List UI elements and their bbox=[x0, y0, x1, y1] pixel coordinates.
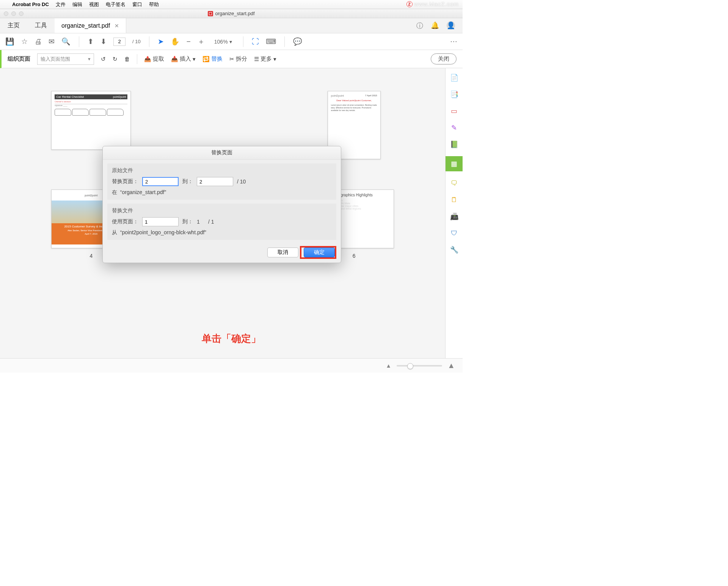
use-from-label: 使用页面： bbox=[112, 218, 138, 225]
insert-button[interactable]: 📥插入▾ bbox=[171, 55, 196, 63]
trash-icon[interactable]: 🗑 bbox=[124, 56, 130, 62]
comment-icon[interactable]: 💬 bbox=[293, 37, 302, 46]
organize-toolbar: 组织页面 输入页面范围 ▾ ↺ ↻ 🗑 📤提取 📥插入▾ 🔁替换 ✂拆分 ☰更多… bbox=[0, 50, 463, 68]
page-down-icon[interactable]: ⬇ bbox=[100, 37, 107, 46]
list-icon: ☰ bbox=[254, 56, 259, 63]
to-label: 到： bbox=[182, 178, 193, 185]
rail-create-icon[interactable]: 📄 bbox=[449, 73, 459, 83]
star-icon[interactable]: ☆ bbox=[21, 37, 28, 46]
rail-tools-icon[interactable]: 🔧 bbox=[449, 245, 459, 255]
print-icon[interactable]: 🖨 bbox=[35, 38, 42, 46]
window-title: organize_start.pdf bbox=[215, 11, 254, 16]
extract-button[interactable]: 📤提取 bbox=[144, 55, 164, 63]
page-number-input[interactable] bbox=[113, 38, 126, 46]
replace-from-input[interactable] bbox=[142, 177, 179, 186]
main-toolbar: 💾 ☆ 🖨 ✉ 🔍 ⬆ ⬇ / 10 ➤ ✋ − ＋ 106% ▾ ⛶ ⌨ 💬 … bbox=[0, 33, 463, 50]
ok-button[interactable]: 确定 bbox=[304, 248, 335, 257]
zoom-dropdown[interactable]: 106% ▾ bbox=[212, 38, 235, 46]
menu-window[interactable]: 窗口 bbox=[132, 1, 142, 8]
rail-sign-icon[interactable]: ✎ bbox=[449, 123, 459, 133]
chevron-down-icon: ▾ bbox=[88, 56, 91, 62]
rotate-right-icon[interactable]: ↻ bbox=[113, 56, 118, 63]
organize-title: 组织页面 bbox=[8, 55, 30, 63]
rail-combine-icon[interactable]: 📗 bbox=[449, 139, 459, 149]
insert-icon: 📥 bbox=[171, 56, 178, 63]
document-tabs: 主页 工具 organize_start.pdf ✕ ⓘ 🔔 👤 bbox=[0, 18, 463, 33]
watermark: Z www.MacZ.com bbox=[406, 1, 459, 7]
page-range-placeholder: 输入页面范围 bbox=[41, 56, 70, 63]
page-range-dropdown[interactable]: 输入页面范围 ▾ bbox=[37, 53, 94, 65]
rail-edit-icon[interactable]: ▭ bbox=[449, 106, 459, 116]
extract-icon: 📤 bbox=[144, 56, 151, 63]
replace-button[interactable]: 🔁替换 bbox=[202, 55, 223, 63]
mail-icon[interactable]: ✉ bbox=[49, 37, 55, 46]
zoom-out-icon[interactable]: − bbox=[187, 38, 191, 46]
zoom-slider[interactable] bbox=[397, 365, 442, 367]
tab-tools[interactable]: 工具 bbox=[27, 22, 55, 30]
search-icon[interactable]: 🔍 bbox=[61, 37, 71, 46]
annotation-text: 单击「确定」 bbox=[202, 332, 261, 345]
status-bar: ▲ ▲ bbox=[0, 358, 463, 373]
avatar[interactable]: 👤 bbox=[447, 21, 455, 30]
zoom-value: 106% bbox=[214, 39, 228, 45]
hand-icon[interactable]: ✋ bbox=[171, 37, 180, 46]
dialog-title: 替换页面 bbox=[103, 146, 341, 160]
page-up-icon[interactable]: ⬆ bbox=[88, 37, 94, 46]
keyboard-icon[interactable]: ⌨ bbox=[266, 37, 276, 46]
rail-protect-icon[interactable]: 🛡 bbox=[449, 228, 459, 238]
rail-note-icon[interactable]: 🗒 bbox=[449, 195, 459, 205]
chevron-down-icon: ▾ bbox=[273, 56, 276, 63]
page-number: 4 bbox=[89, 253, 93, 259]
save-icon[interactable]: 💾 bbox=[5, 37, 14, 46]
scissors-icon: ✂ bbox=[229, 56, 234, 63]
tab-file[interactable]: organize_start.pdf ✕ bbox=[55, 18, 126, 33]
zoom-in-icon[interactable]: ＋ bbox=[198, 37, 205, 47]
replace-pages-dialog: 替换页面 原始文件 替换页面： 到： / 10 在 “organize_star… bbox=[102, 146, 341, 263]
tab-home[interactable]: 主页 bbox=[0, 22, 27, 30]
watermark-text: www.MacZ.com bbox=[414, 1, 459, 7]
section-original-header: 原始文件 bbox=[112, 167, 332, 174]
tab-close-icon[interactable]: ✕ bbox=[115, 23, 119, 29]
window-titlebar: organize_start.pdf bbox=[0, 9, 463, 18]
rail-scan-icon[interactable]: 📠 bbox=[449, 212, 459, 221]
split-button[interactable]: ✂拆分 bbox=[229, 55, 247, 63]
chevron-down-icon: ▾ bbox=[193, 56, 196, 63]
close-button[interactable]: 关闭 bbox=[431, 53, 457, 64]
use-total: / 1 bbox=[208, 219, 214, 225]
right-tool-rail: 📄 📑 ▭ ✎ 📗 ▦ 🗨 🗒 📠 🛡 🔧 bbox=[445, 68, 463, 358]
to-label: 到： bbox=[182, 218, 193, 225]
menu-view[interactable]: 视图 bbox=[89, 1, 99, 8]
mac-menubar: Acrobat Pro DC 文件 编辑 视图 电子签名 窗口 帮助 Z www… bbox=[0, 0, 463, 9]
menu-help[interactable]: 帮助 bbox=[149, 1, 159, 8]
main-area: Car Rental Checklistpoint2point Owner's … bbox=[0, 68, 463, 358]
pointer-icon[interactable]: ➤ bbox=[158, 37, 164, 46]
rail-comment-icon[interactable]: 🗨 bbox=[449, 178, 459, 188]
fit-icon[interactable]: ⛶ bbox=[252, 38, 259, 46]
replace-icon: 🔁 bbox=[202, 56, 210, 63]
replace-from-label: 替换页面： bbox=[112, 178, 138, 185]
help-icon[interactable]: ⓘ bbox=[416, 21, 423, 30]
traffic-lights[interactable] bbox=[4, 11, 24, 16]
chevron-down-icon: ▾ bbox=[229, 39, 232, 45]
more-button[interactable]: ☰更多▾ bbox=[254, 55, 276, 63]
zoom-small-icon[interactable]: ▲ bbox=[386, 362, 391, 369]
rail-organize-icon[interactable]: ▦ bbox=[446, 156, 463, 171]
menu-file[interactable]: 文件 bbox=[56, 1, 66, 8]
menu-edit[interactable]: 编辑 bbox=[72, 1, 82, 8]
cancel-button[interactable]: 取消 bbox=[267, 248, 298, 257]
page-total: / 10 bbox=[132, 39, 141, 44]
app-name[interactable]: Acrobat Pro DC bbox=[12, 2, 49, 7]
use-from-input[interactable] bbox=[142, 217, 179, 226]
page-number: 6 bbox=[353, 253, 356, 259]
rail-export-icon[interactable]: 📑 bbox=[449, 89, 459, 99]
rotate-left-icon[interactable]: ↺ bbox=[101, 56, 106, 63]
bell-icon[interactable]: 🔔 bbox=[431, 21, 439, 30]
use-to-value: 1 bbox=[197, 219, 204, 225]
more-icon[interactable]: ⋯ bbox=[450, 37, 457, 46]
tab-file-label: organize_start.pdf bbox=[61, 22, 110, 29]
menu-esign[interactable]: 电子签名 bbox=[106, 1, 126, 8]
watermark-badge: Z bbox=[406, 1, 413, 7]
replace-to-input[interactable] bbox=[197, 177, 233, 186]
section-replace-header: 替换文件 bbox=[112, 207, 332, 214]
zoom-large-icon[interactable]: ▲ bbox=[447, 361, 455, 370]
